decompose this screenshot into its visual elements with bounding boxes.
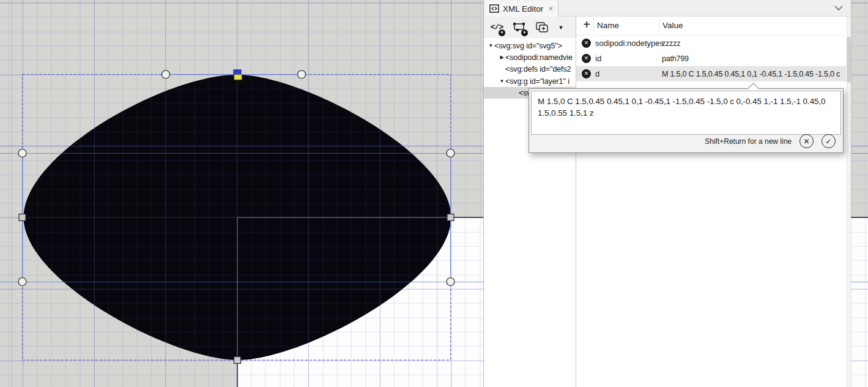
xml-node-label: <svg:svg id="svg5"> — [494, 42, 562, 50]
attribute-name: sodipodi:nodetypes — [595, 39, 664, 48]
add-attribute-button[interactable]: + — [579, 18, 594, 32]
xml-tree-node-namedview[interactable]: ▶ <sodipodi:namedvie — [484, 51, 576, 63]
xml-node-label: <svg:g id="layer1" i — [505, 77, 569, 86]
expand-arrow-icon[interactable]: ▼ — [488, 43, 494, 48]
bezier-handle[interactable] — [298, 70, 306, 78]
attribute-value[interactable]: M 1.5,0 C 1.5,0.45 0.45,1 0,1 -0.45,1 -1… — [662, 70, 841, 78]
attribute-value[interactable]: path799 — [662, 54, 841, 63]
new-element-node-button[interactable]: </> + — [488, 20, 505, 36]
confirm-button[interactable]: ✓ — [822, 134, 836, 148]
bezier-handle[interactable] — [162, 70, 170, 78]
panel-scrollbar-thumb[interactable] — [847, 37, 851, 83]
duplicate-node-icon — [535, 21, 549, 34]
header-separator — [659, 18, 659, 34]
tree-attributes-splitter[interactable] — [576, 17, 576, 387]
attribute-row-nodetypes[interactable]: ✕ sodipodi:nodetypes zzzzz — [576, 36, 846, 51]
xml-tree-node-defs[interactable]: <svg:defs id="defs2 — [484, 64, 576, 75]
value-column-header: Value — [662, 21, 683, 30]
xml-toolbar: </> + + ▼ — [484, 17, 576, 38]
inkscape-canvas: XML Editor × </> + + — [0, 0, 868, 387]
attributes-header: + Name Value — [576, 17, 846, 36]
delete-attribute-icon[interactable]: ✕ — [582, 39, 591, 48]
bezier-handle[interactable] — [447, 278, 454, 286]
expand-arrow-icon[interactable]: ▼ — [499, 78, 505, 84]
newline-hint-label: Shift+Return for a new line — [705, 137, 792, 146]
attribute-value[interactable]: zzzzz — [662, 39, 841, 48]
path-node-top-highlight[interactable] — [234, 75, 242, 80]
bezier-handle-lines — [23, 75, 451, 282]
plus-badge-icon: + — [521, 29, 528, 36]
attributes-list: ✕ sodipodi:nodetypes zzzzz ✕ id path799 … — [576, 36, 846, 81]
bezier-handle[interactable] — [18, 149, 26, 157]
tab-close-icon[interactable]: × — [548, 4, 553, 13]
xml-tree-node-layer1[interactable]: ▼ <svg:g id="layer1" i — [484, 75, 576, 87]
attribute-value-editor-popup: M 1.5,0 C 1.5,0.45 0.45,1 0,1 -0.45,1 -1… — [529, 88, 844, 153]
bezier-handle[interactable] — [18, 278, 26, 286]
plus-badge-icon: + — [499, 29, 505, 36]
attribute-value-textarea[interactable]: M 1.5,0 C 1.5,0.45 0.45,1 0,1 -0.45,1 -1… — [531, 91, 841, 135]
panel-tab-bar: XML Editor × — [484, 0, 851, 17]
xml-editor-panel: XML Editor × </> + + — [483, 0, 850, 387]
attribute-name: id — [595, 54, 601, 63]
new-text-node-button[interactable]: + — [511, 20, 528, 36]
delete-attribute-icon[interactable]: ✕ — [582, 69, 591, 78]
tab-xml-editor[interactable]: XML Editor × — [485, 1, 558, 17]
panel-collapse-chevron-icon[interactable] — [834, 3, 844, 13]
xml-tree-node-svg[interactable]: ▼ <svg:svg id="svg5"> — [484, 40, 576, 51]
duplicate-node-button[interactable] — [533, 20, 551, 36]
delete-attribute-icon[interactable]: ✕ — [582, 54, 591, 63]
bezier-handle[interactable] — [447, 149, 454, 157]
xml-node-label: <sodipodi:namedvie — [505, 53, 573, 62]
attribute-row-id[interactable]: ✕ id path799 — [576, 51, 846, 66]
xml-editor-icon — [489, 4, 499, 13]
selection-bbox — [23, 75, 451, 361]
path-node-left[interactable] — [19, 214, 26, 221]
xml-node-label: <svg:defs id="defs2 — [505, 65, 571, 73]
attribute-name: d — [595, 69, 599, 78]
toolbar-dropdown-button[interactable]: ▼ — [556, 20, 566, 36]
expand-arrow-icon[interactable]: ▶ — [499, 54, 505, 60]
popup-footer: Shift+Return for a new line ✕ ✓ — [705, 134, 836, 148]
name-column-header: Name — [597, 21, 619, 30]
header-separator — [593, 18, 594, 34]
path-node-bottom[interactable] — [234, 357, 241, 364]
dropdown-arrow-icon: ▼ — [558, 24, 564, 31]
attribute-row-d[interactable]: ✕ d M 1.5,0 C 1.5,0.45 0.45,1 0,1 -0.45,… — [576, 66, 846, 81]
tab-title: XML Editor — [503, 4, 543, 13]
path-node-right[interactable] — [447, 214, 454, 221]
cancel-button[interactable]: ✕ — [799, 134, 814, 148]
